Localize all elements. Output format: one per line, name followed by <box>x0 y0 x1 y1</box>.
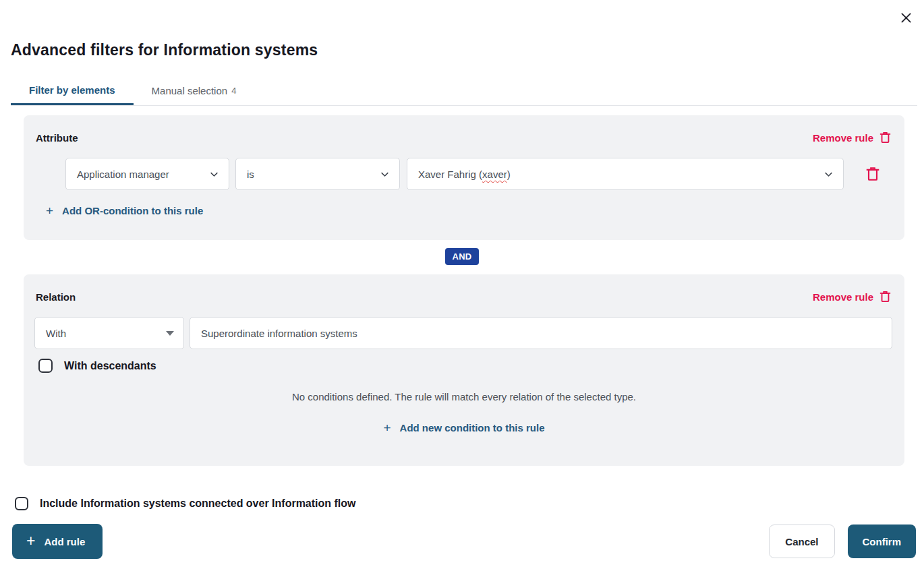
attribute-select-value: Application manager <box>77 169 169 180</box>
and-connector-badge: AND <box>445 248 478 265</box>
operator-select[interactable]: is <box>235 158 400 190</box>
rule-connector-row: AND <box>0 248 924 265</box>
tab-label: Filter by elements <box>29 84 115 96</box>
tab-label: Manual selection <box>152 85 228 96</box>
value-select[interactable]: Xaver Fahrig (xaver) <box>407 158 844 190</box>
attribute-condition-row: Application manager is Xaver Fahrig (xav… <box>24 158 904 190</box>
rule-header: Attribute Remove rule <box>24 115 904 144</box>
cancel-button[interactable]: Cancel <box>769 525 834 558</box>
add-new-condition-row: + Add new condition to this rule <box>24 421 904 434</box>
plus-icon: + <box>383 421 391 434</box>
no-conditions-message: No conditions defined. The rule will mat… <box>24 391 904 402</box>
chevron-down-icon <box>209 169 219 179</box>
add-or-condition-button[interactable]: + Add OR-condition to this rule <box>46 204 203 217</box>
relation-condition-row: With <box>24 317 904 349</box>
page-title: Advanced filters for Information systems <box>11 41 924 59</box>
relation-direction-value: With <box>46 328 66 339</box>
plus-icon: + <box>46 204 53 217</box>
delete-condition-button[interactable] <box>866 167 879 181</box>
value-text: Xaver Fahrig ( <box>418 169 482 180</box>
chevron-down-icon <box>824 169 834 179</box>
attribute-select[interactable]: Application manager <box>65 158 229 190</box>
tab-bar: Filter by elements Manual selection 4 <box>11 76 917 106</box>
remove-rule-label: Remove rule <box>813 132 873 144</box>
remove-rule-button[interactable]: Remove rule <box>813 131 891 144</box>
plus-icon: + <box>26 533 35 549</box>
attribute-rule-card: Attribute Remove rule Application manage… <box>24 115 904 240</box>
footer-actions: Cancel Confirm <box>769 525 916 558</box>
remove-rule-label: Remove rule <box>813 291 873 303</box>
include-connected-label: Include Information systems connected ov… <box>40 498 356 510</box>
with-descendants-label: With descendants <box>64 360 156 372</box>
tab-count-badge: 4 <box>231 86 236 96</box>
trash-icon <box>879 291 891 303</box>
tab-filter-by-elements[interactable]: Filter by elements <box>11 76 134 105</box>
relation-rule-card: Relation Remove rule With With descendan… <box>24 274 904 466</box>
caret-down-icon <box>166 331 174 336</box>
value-text: ) <box>507 169 511 180</box>
add-rule-button[interactable]: + Add rule <box>12 524 103 559</box>
rule-header: Relation Remove rule <box>24 274 904 303</box>
value-text-misspelled: xaver <box>482 169 507 180</box>
relation-direction-select[interactable]: With <box>34 317 184 349</box>
add-rule-label: Add rule <box>44 536 85 547</box>
rule-type-label: Relation <box>36 291 76 303</box>
remove-rule-button[interactable]: Remove rule <box>813 291 891 303</box>
add-new-condition-label: Add new condition to this rule <box>400 422 545 433</box>
add-new-condition-button[interactable]: + Add new condition to this rule <box>383 421 544 434</box>
chevron-down-icon <box>380 169 390 179</box>
operator-select-value: is <box>247 169 254 180</box>
close-icon[interactable] <box>896 8 915 27</box>
rule-type-label: Attribute <box>36 132 78 144</box>
relation-type-input[interactable] <box>190 317 892 349</box>
with-descendants-checkbox[interactable] <box>38 359 53 373</box>
with-descendants-checkbox-row[interactable]: With descendants <box>38 359 904 373</box>
trash-icon <box>879 131 891 144</box>
include-connected-checkbox[interactable] <box>15 497 28 510</box>
add-or-condition-label: Add OR-condition to this rule <box>62 205 203 216</box>
footer-bar: + Add rule Cancel Confirm <box>12 524 916 559</box>
value-select-value: Xaver Fahrig (xaver) <box>418 169 511 180</box>
confirm-button[interactable]: Confirm <box>848 525 917 558</box>
include-connected-checkbox-row[interactable]: Include Information systems connected ov… <box>15 497 924 510</box>
tab-manual-selection[interactable]: Manual selection 4 <box>134 76 255 105</box>
